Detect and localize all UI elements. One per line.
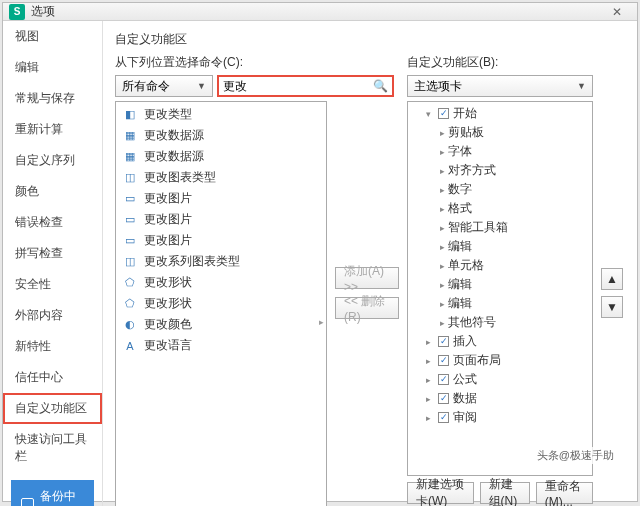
command-icon: ▦ xyxy=(122,129,138,143)
remove-button[interactable]: << 删除(R) xyxy=(335,297,399,319)
sidebar-item-5[interactable]: 颜色 xyxy=(3,176,102,207)
checkbox-icon[interactable] xyxy=(438,374,449,385)
twisty-icon[interactable]: ▸ xyxy=(436,261,448,271)
sidebar-item-10[interactable]: 新特性 xyxy=(3,331,102,362)
sidebar-item-11[interactable]: 信任中心 xyxy=(3,362,102,393)
tree-item[interactable]: ▸剪贴板 xyxy=(408,123,592,142)
new-group-button[interactable]: 新建组(N) xyxy=(480,482,530,504)
checkbox-icon[interactable] xyxy=(438,393,449,404)
main-panel: 自定义功能区 从下列位置选择命令(C): 所有命令 ▼ 🔍 xyxy=(103,21,637,506)
backup-label: 备份中心 xyxy=(40,488,84,506)
twisty-icon[interactable]: ▾ xyxy=(422,109,434,119)
command-item[interactable]: ▭更改图片 xyxy=(116,230,326,251)
tree-item[interactable]: ▸数据 xyxy=(408,389,592,408)
command-icon: A xyxy=(122,339,138,353)
window-title: 选项 xyxy=(31,3,603,20)
backup-center-button[interactable]: 备份中心 xyxy=(11,480,94,506)
twisty-icon[interactable]: ▸ xyxy=(436,242,448,252)
twisty-icon[interactable]: ▸ xyxy=(436,318,448,328)
sidebar-item-1[interactable]: 编辑 xyxy=(3,52,102,83)
options-window: S 选项 ✕ 视图编辑常规与保存重新计算自定义序列颜色错误检查拼写检查安全性外部… xyxy=(2,2,638,502)
twisty-icon[interactable]: ▸ xyxy=(422,356,434,366)
tree-item[interactable]: ▾开始 xyxy=(408,104,592,123)
twisty-icon[interactable]: ▸ xyxy=(436,128,448,138)
command-item[interactable]: A更改语言 xyxy=(116,335,326,356)
command-icon: ▭ xyxy=(122,234,138,248)
command-item[interactable]: ⬠更改形状 xyxy=(116,293,326,314)
command-item[interactable]: ◧更改类型 xyxy=(116,104,326,125)
tree-item[interactable]: ▸智能工具箱 xyxy=(408,218,592,237)
command-icon: ⬠ xyxy=(122,276,138,290)
tree-item[interactable]: ▸字体 xyxy=(408,142,592,161)
tree-item[interactable]: ▸对齐方式 xyxy=(408,161,592,180)
move-up-button[interactable]: ▲ xyxy=(601,268,623,290)
rename-button[interactable]: 重命名(M)... xyxy=(536,482,593,504)
tree-item[interactable]: ▸单元格 xyxy=(408,256,592,275)
sidebar-item-7[interactable]: 拼写检查 xyxy=(3,238,102,269)
command-item[interactable]: ▭更改图片 xyxy=(116,188,326,209)
tree-item[interactable]: ▸编辑 xyxy=(408,275,592,294)
sidebar-item-6[interactable]: 错误检查 xyxy=(3,207,102,238)
checkbox-icon[interactable] xyxy=(438,355,449,366)
twisty-icon[interactable]: ▸ xyxy=(436,185,448,195)
tree-item[interactable]: ▸格式 xyxy=(408,199,592,218)
sidebar-item-2[interactable]: 常规与保存 xyxy=(3,83,102,114)
command-item[interactable]: ◫更改图表类型 xyxy=(116,167,326,188)
close-icon[interactable]: ✕ xyxy=(603,5,631,19)
choose-from-label: 从下列位置选择命令(C): xyxy=(115,54,327,71)
twisty-icon[interactable]: ▸ xyxy=(422,394,434,404)
move-down-button[interactable]: ▼ xyxy=(601,296,623,318)
command-item[interactable]: ▦更改数据源 xyxy=(116,146,326,167)
sidebar-item-12[interactable]: 自定义功能区 xyxy=(3,393,102,424)
checkbox-icon[interactable] xyxy=(438,108,449,119)
twisty-icon[interactable]: ▸ xyxy=(436,147,448,157)
backup-icon xyxy=(21,498,34,506)
sidebar-item-0[interactable]: 视图 xyxy=(3,21,102,52)
command-icon: ◫ xyxy=(122,255,138,269)
window-body: 视图编辑常规与保存重新计算自定义序列颜色错误检查拼写检查安全性外部内容新特性信任… xyxy=(3,21,637,506)
command-item[interactable]: ◐更改颜色 xyxy=(116,314,326,335)
sidebar-item-8[interactable]: 安全性 xyxy=(3,269,102,300)
sidebar-item-3[interactable]: 重新计算 xyxy=(3,114,102,145)
command-icon: ▦ xyxy=(122,150,138,164)
command-icon: ▭ xyxy=(122,192,138,206)
twisty-icon[interactable]: ▸ xyxy=(436,166,448,176)
command-icon: ▭ xyxy=(122,213,138,227)
command-item[interactable]: ◫更改系列图表类型 xyxy=(116,251,326,272)
tree-item[interactable]: ▸插入 xyxy=(408,332,592,351)
sidebar-item-9[interactable]: 外部内容 xyxy=(3,300,102,331)
tree-item[interactable]: ▸编辑 xyxy=(408,294,592,313)
tree-item[interactable]: ▸其他符号 xyxy=(408,313,592,332)
twisty-icon[interactable]: ▸ xyxy=(436,223,448,233)
command-item[interactable]: ▦更改数据源 xyxy=(116,125,326,146)
group-title: 自定义功能区 xyxy=(115,31,625,48)
right-label: 自定义功能区(B): xyxy=(407,54,593,71)
commands-source-select[interactable]: 所有命令 ▼ xyxy=(115,75,213,97)
twisty-icon[interactable]: ▸ xyxy=(422,413,434,423)
tree-item[interactable]: ▸审阅 xyxy=(408,408,592,427)
twisty-icon[interactable]: ▸ xyxy=(422,375,434,385)
tree-item[interactable]: ▸编辑 xyxy=(408,237,592,256)
command-item[interactable]: ▭更改图片 xyxy=(116,209,326,230)
ribbon-target-select[interactable]: 主选项卡 ▼ xyxy=(407,75,593,97)
checkbox-icon[interactable] xyxy=(438,336,449,347)
tree-item[interactable]: ▸公式 xyxy=(408,370,592,389)
twisty-icon[interactable]: ▸ xyxy=(436,299,448,309)
add-button[interactable]: 添加(A) >> xyxy=(335,267,399,289)
twisty-icon[interactable]: ▸ xyxy=(436,280,448,290)
new-tab-button[interactable]: 新建选项卡(W) xyxy=(407,482,474,504)
ribbon-tree[interactable]: ▾开始▸剪贴板▸字体▸对齐方式▸数字▸格式▸智能工具箱▸编辑▸单元格▸编辑▸编辑… xyxy=(407,101,593,476)
tree-item[interactable]: ▸数字 xyxy=(408,180,592,199)
checkbox-icon[interactable] xyxy=(438,412,449,423)
command-icon: ⬠ xyxy=(122,297,138,311)
sidebar-item-4[interactable]: 自定义序列 xyxy=(3,145,102,176)
twisty-icon[interactable]: ▸ xyxy=(422,337,434,347)
commands-list[interactable]: ▸ ◧更改类型▦更改数据源▦更改数据源◫更改图表类型▭更改图片▭更改图片▭更改图… xyxy=(115,101,327,506)
command-item[interactable]: ⬠更改形状 xyxy=(116,272,326,293)
app-logo: S xyxy=(9,4,25,20)
select-value: 所有命令 xyxy=(122,78,170,95)
sidebar: 视图编辑常规与保存重新计算自定义序列颜色错误检查拼写检查安全性外部内容新特性信任… xyxy=(3,21,103,506)
tree-item[interactable]: ▸页面布局 xyxy=(408,351,592,370)
twisty-icon[interactable]: ▸ xyxy=(436,204,448,214)
sidebar-item-13[interactable]: 快速访问工具栏 xyxy=(3,424,102,472)
